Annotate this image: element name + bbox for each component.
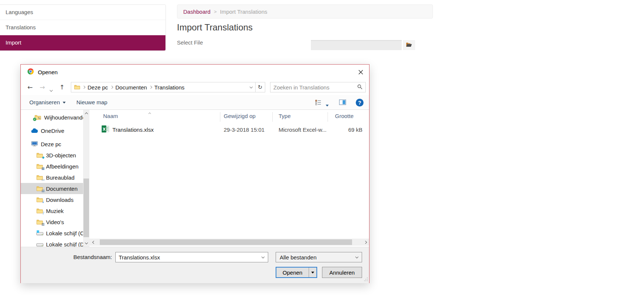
tree-item-label: Documenten <box>46 186 78 192</box>
breadcrumb-separator: > <box>214 9 217 14</box>
column-header-grootte[interactable]: Grootte <box>335 113 354 119</box>
sidebar-item-translations[interactable]: Translations <box>0 20 165 35</box>
resize-grip-icon[interactable] <box>364 276 368 282</box>
tree-item-label: Lokale schijf (D:) <box>46 241 83 247</box>
scroll-down-icon[interactable] <box>83 240 89 246</box>
desktop-folder-icon: ▭ <box>36 174 43 180</box>
select-file-input[interactable] <box>311 40 402 50</box>
organize-menu-button[interactable]: Organiseren <box>29 95 66 110</box>
open-file-dialog: Openen ← → ↑ Deze pc <box>20 64 369 283</box>
close-icon[interactable] <box>356 68 365 76</box>
breadcrumb-dashboard-link[interactable]: Dashboard <box>183 9 210 15</box>
excel-file-icon: X <box>102 125 109 134</box>
dialog-titlebar[interactable]: Openen <box>21 65 369 79</box>
scroll-up-icon[interactable] <box>83 111 89 116</box>
this-pc-icon <box>31 141 38 147</box>
crumb-chevron-icon <box>110 86 113 89</box>
column-header-gewijzigd-op[interactable]: Gewijzigd op <box>224 113 256 119</box>
tree-item-muziek[interactable]: ♪ Muziek <box>21 205 83 216</box>
address-crumb-documenten[interactable]: Documenten <box>115 84 147 91</box>
new-folder-button[interactable]: Nieuwe map <box>76 95 107 110</box>
breadcrumb: Dashboard > Import Translations <box>177 4 433 19</box>
list-scrollbar-thumb[interactable] <box>100 239 352 245</box>
breadcrumb-current: Import Translations <box>220 9 267 15</box>
tree-item-label: Muziek <box>46 208 64 214</box>
tree-item-label: 3D-objecten <box>46 152 76 158</box>
drive-c-icon <box>36 230 43 236</box>
tree-item-label: Deze pc <box>41 141 61 147</box>
tree-item-label: Video's <box>46 219 64 225</box>
view-mode-dropdown-icon[interactable] <box>326 101 329 108</box>
tree-item-documenten[interactable]: ▤ Documenten <box>21 183 83 194</box>
tree-item-label: Downloads <box>46 197 73 203</box>
crumb-chevron-icon <box>149 86 152 89</box>
help-icon[interactable]: ? <box>356 99 364 107</box>
search-input[interactable] <box>273 84 357 91</box>
dialog-navbar: ← → ↑ Deze pc Documenten Translations <box>21 79 369 95</box>
filetype-dropdown-icon <box>355 255 358 258</box>
pictures-folder-icon: ▦ <box>36 163 43 169</box>
column-header-type[interactable]: Type <box>279 113 291 119</box>
sidebar-item-languages[interactable]: Languages <box>0 5 165 20</box>
sidebar-item-import[interactable]: Import <box>0 35 165 50</box>
file-size: 69 kB <box>312 127 362 133</box>
chrome-icon <box>27 68 34 76</box>
open-folder-icon <box>406 42 412 49</box>
folder-icon <box>74 84 80 91</box>
address-bar[interactable]: Deze pc Documenten Translations <box>71 82 256 92</box>
tree-item-deze-pc[interactable]: Deze pc <box>21 138 83 150</box>
dialog-main: ✓ Wijhoudenvande OneDrive <box>21 110 369 247</box>
dialog-title: Openen <box>38 69 58 75</box>
open-split-dropdown-icon[interactable] <box>309 268 316 277</box>
filename-dropdown-icon[interactable] <box>262 255 264 258</box>
scroll-right-icon[interactable] <box>362 239 368 246</box>
3d-objects-folder-icon: ◆ <box>36 152 43 158</box>
open-button-label: Openen <box>276 268 309 277</box>
caret-down-icon <box>63 102 66 104</box>
tree-item-videos[interactable]: ▥ Video's <box>21 216 83 227</box>
tree-item-wijhoudenvande[interactable]: ✓ Wijhoudenvande <box>21 112 83 123</box>
address-crumb-deze-pc[interactable]: Deze pc <box>88 84 108 91</box>
view-mode-icon[interactable] <box>315 99 321 107</box>
browse-file-button[interactable] <box>403 40 415 50</box>
filename-label: Bestandsnaam: <box>57 254 112 260</box>
filetype-select[interactable]: Alle bestanden <box>276 252 362 262</box>
tree-item-onedrive[interactable]: OneDrive <box>21 125 83 136</box>
list-horizontal-scrollbar[interactable] <box>89 239 369 246</box>
svg-text:X: X <box>103 127 106 131</box>
dialog-footer: Bestandsnaam: Alle bestanden Openen Annu… <box>21 247 369 283</box>
back-icon[interactable]: ← <box>25 79 35 95</box>
videos-folder-icon: ▥ <box>36 219 43 225</box>
tree-item-lokale-schijf-d[interactable]: Lokale schijf (D:) <box>21 239 83 247</box>
history-chevron-icon[interactable] <box>50 86 52 92</box>
tree-item-downloads[interactable]: ↓ Downloads <box>21 194 83 205</box>
app-sidebar: Languages Translations Import <box>0 4 166 51</box>
file-list: Naam Gewijzigd op Type Grootte <box>89 110 369 247</box>
shared-folder-icon: ✓ <box>34 114 42 120</box>
up-icon[interactable]: ↑ <box>57 79 67 95</box>
tree-item-3d-objecten[interactable]: ◆ 3D-objecten <box>21 150 83 161</box>
tree-scrollbar-thumb[interactable] <box>83 179 89 237</box>
dialog-toolbar: Organiseren Nieuwe map <box>21 95 369 110</box>
scroll-left-icon[interactable] <box>91 239 97 246</box>
address-dropdown-icon[interactable] <box>250 85 253 88</box>
filename-input[interactable] <box>116 254 262 261</box>
forward-icon[interactable]: → <box>37 79 47 95</box>
tree-item-label: Afbeeldingen <box>46 163 79 170</box>
cancel-button[interactable]: Annuleren <box>322 267 362 278</box>
column-header-naam[interactable]: Naam <box>103 113 118 119</box>
preview-pane-icon[interactable] <box>339 99 346 106</box>
search-icon[interactable] <box>357 84 362 91</box>
open-button[interactable]: Openen <box>276 267 317 278</box>
drive-d-icon <box>36 241 43 247</box>
select-file-label: Select File <box>177 39 203 46</box>
tree-scrollbar[interactable] <box>83 110 89 247</box>
tree-item-afbeeldingen[interactable]: ▦ Afbeeldingen <box>21 161 83 172</box>
tree-item-bureaublad[interactable]: ▭ Bureaublad <box>21 172 83 183</box>
search-box <box>270 82 366 92</box>
address-crumb-translations[interactable]: Translations <box>154 84 184 91</box>
page-title: Import Translations <box>177 22 253 33</box>
file-name[interactable]: Translations.xlsx <box>112 127 154 133</box>
refresh-icon[interactable]: ↻ <box>255 82 265 92</box>
tree-item-lokale-schijf-c[interactable]: Lokale schijf (C:) <box>21 227 83 239</box>
